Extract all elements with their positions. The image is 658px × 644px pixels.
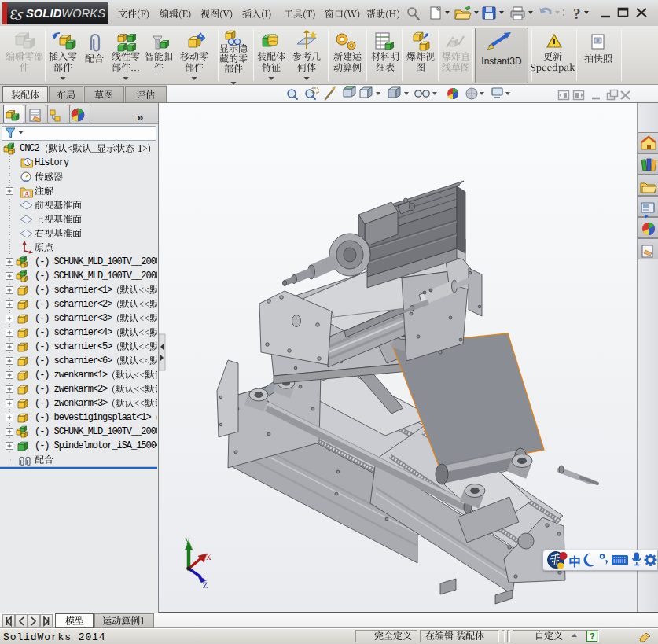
svg-text:?: ?: [573, 6, 581, 22]
svg-text:?: ?: [590, 631, 595, 641]
svg-text:»: »: [137, 110, 143, 123]
svg-text:A: A: [24, 190, 30, 198]
